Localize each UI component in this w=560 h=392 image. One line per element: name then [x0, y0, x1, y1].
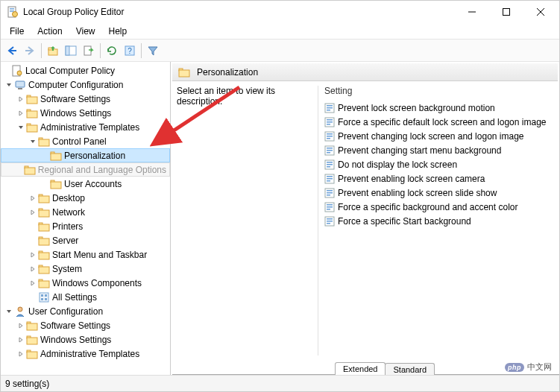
menu-action[interactable]: Action — [31, 25, 68, 38]
tree-all-settings[interactable]: All Settings — [1, 290, 170, 304]
chevron-down-icon[interactable] — [4, 80, 14, 90]
show-hide-tree-button[interactable] — [63, 42, 79, 59]
svg-rect-48 — [40, 293, 48, 302]
menu-view[interactable]: View — [70, 25, 101, 38]
policy-setting-icon — [324, 145, 335, 156]
menu-file[interactable]: File — [4, 25, 30, 38]
description-text: Select an item to view its description. — [177, 86, 312, 107]
tree-network[interactable]: Network — [1, 205, 170, 219]
svg-rect-2 — [10, 10, 14, 10]
folder-icon — [26, 334, 38, 346]
svg-rect-27 — [39, 139, 49, 146]
svg-rect-49 — [41, 294, 43, 297]
chevron-right-icon[interactable] — [16, 335, 26, 345]
svg-rect-93 — [327, 209, 330, 210]
tree-personalization[interactable]: Personalization — [1, 148, 170, 162]
svg-point-17 — [17, 71, 22, 75]
menu-help[interactable]: Help — [103, 25, 133, 38]
setting-item[interactable]: Prevent changing lock screen and logon i… — [324, 129, 553, 143]
chevron-down-icon[interactable] — [4, 306, 14, 317]
php-logo-icon: php — [505, 363, 524, 372]
column-header-setting[interactable]: Setting — [324, 86, 553, 101]
tree-cc-software-settings[interactable]: Software Settings — [1, 92, 170, 106]
setting-item[interactable]: Prevent enabling lock screen camera — [324, 171, 553, 186]
chevron-right-icon[interactable] — [28, 278, 38, 288]
tree-control-panel[interactable]: Control Panel — [1, 134, 170, 148]
tree-system[interactable]: System — [1, 262, 170, 276]
policy-setting-icon — [324, 131, 335, 142]
svg-rect-63 — [327, 105, 333, 107]
tree-user-accounts[interactable]: User Accounts — [1, 177, 170, 191]
chevron-right-icon[interactable] — [16, 349, 26, 359]
tree-printers[interactable]: Printers — [1, 219, 170, 233]
folder-icon — [38, 221, 50, 233]
folder-icon — [38, 192, 50, 204]
chevron-right-icon[interactable] — [28, 264, 38, 274]
svg-rect-6 — [503, 9, 510, 16]
content-header: Personalization — [172, 63, 558, 81]
svg-rect-84 — [327, 178, 333, 180]
svg-rect-52 — [45, 298, 47, 300]
chevron-right-icon[interactable] — [28, 193, 38, 203]
setting-item[interactable]: Force a specific background and accent c… — [324, 200, 553, 214]
close-button[interactable] — [523, 1, 558, 23]
menubar: File Action View Help — [1, 23, 559, 39]
twisty-none — [1, 66, 11, 76]
user-icon — [14, 306, 26, 317]
tree-windows-components[interactable]: Windows Components — [1, 276, 170, 290]
chevron-down-icon[interactable] — [16, 122, 26, 133]
app-icon — [7, 6, 19, 18]
chevron-right-icon[interactable] — [16, 320, 26, 331]
policy-setting-icon — [324, 159, 335, 170]
back-button[interactable] — [4, 42, 20, 59]
chevron-right-icon[interactable] — [28, 250, 38, 260]
chevron-down-icon[interactable] — [28, 136, 38, 147]
svg-rect-89 — [327, 195, 330, 196]
setting-item[interactable]: Force a specific Start background — [324, 214, 553, 228]
chevron-right-icon[interactable] — [28, 207, 38, 218]
tree-cc-admin-templates[interactable]: Administrative Templates — [1, 120, 170, 134]
tree-uc-software-settings[interactable]: Software Settings — [1, 318, 170, 332]
policy-setting-icon — [324, 103, 335, 113]
svg-rect-69 — [327, 124, 330, 125]
setting-item[interactable]: Force a specific default lock screen and… — [324, 115, 553, 129]
setting-item[interactable]: Prevent lock screen background motion — [324, 101, 553, 115]
tree-uc-windows-settings[interactable]: Windows Settings — [1, 332, 170, 347]
tree-user-configuration[interactable]: User Configuration — [1, 304, 170, 318]
tab-standard[interactable]: Standard — [385, 363, 435, 375]
svg-rect-29 — [51, 154, 61, 160]
tree-regional-language[interactable]: Regional and Language Options — [1, 162, 170, 177]
settings-list[interactable]: Setting Prevent lock screen background m… — [318, 86, 553, 355]
tree-computer-configuration[interactable]: Computer Configuration — [1, 78, 170, 92]
setting-label: Prevent lock screen background motion — [338, 103, 495, 113]
svg-rect-97 — [327, 223, 330, 224]
tree-desktop[interactable]: Desktop — [1, 191, 170, 205]
tab-extended[interactable]: Extended — [335, 362, 386, 375]
tree-cc-windows-settings[interactable]: Windows Settings — [1, 106, 170, 120]
setting-item[interactable]: Prevent enabling lock screen slide show — [324, 186, 553, 200]
tree-uc-admin-templates[interactable]: Administrative Templates — [1, 347, 170, 361]
minimize-button[interactable] — [455, 1, 489, 23]
maximize-button[interactable] — [489, 1, 523, 23]
chevron-right-icon[interactable] — [16, 108, 26, 118]
forward-button[interactable] — [22, 42, 38, 59]
refresh-button[interactable] — [104, 42, 120, 59]
svg-rect-85 — [327, 180, 330, 182]
filter-button[interactable] — [145, 42, 161, 59]
setting-item[interactable]: Do not display the lock screen — [324, 157, 553, 171]
svg-rect-77 — [327, 152, 330, 154]
export-button[interactable] — [81, 42, 97, 59]
help-button[interactable]: ? — [122, 42, 138, 59]
tree-panel[interactable]: Local Computer Policy Computer Configura… — [1, 62, 171, 375]
setting-label: Force a specific default lock screen and… — [338, 117, 547, 127]
svg-rect-71 — [327, 133, 333, 135]
tree-server[interactable]: Server — [1, 233, 170, 247]
tree-root[interactable]: Local Computer Policy — [1, 63, 170, 78]
tree-start-menu-taskbar[interactable]: Start Menu and Taskbar — [1, 247, 170, 262]
chevron-right-icon[interactable] — [16, 94, 26, 104]
settings-icon — [38, 291, 50, 303]
setting-item[interactable]: Prevent changing start menu background — [324, 143, 553, 157]
up-button[interactable] — [45, 42, 61, 59]
computer-icon — [14, 79, 26, 91]
svg-rect-55 — [27, 323, 37, 330]
